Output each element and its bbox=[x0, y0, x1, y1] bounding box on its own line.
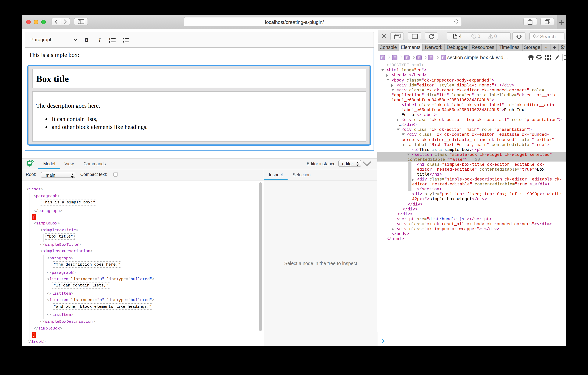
svg-text:5: 5 bbox=[32, 160, 33, 163]
svg-text:2: 2 bbox=[109, 41, 110, 44]
svg-text:B: B bbox=[85, 37, 89, 43]
svg-text:1: 1 bbox=[109, 37, 110, 41]
svg-text:I: I bbox=[98, 37, 101, 43]
